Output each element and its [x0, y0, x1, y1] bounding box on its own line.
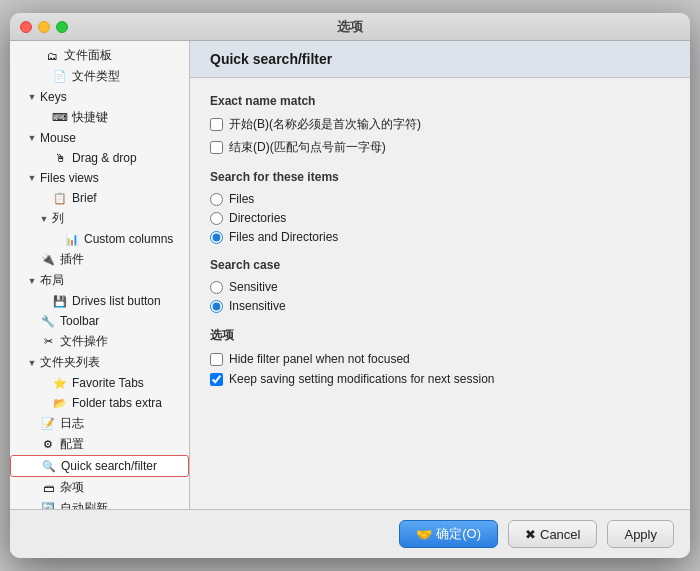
options-section: 选项 Hide filter panel when not focused Ke… [210, 327, 670, 386]
checkbox-keep-saving-row: Keep saving setting modifications for ne… [210, 372, 670, 386]
sidebar-item-settings[interactable]: ⚙配置 [10, 434, 189, 455]
sidebar-icon-quick-search: 🔍 [41, 458, 57, 474]
radio-files-dirs[interactable] [210, 231, 223, 244]
ok-label: 确定(O) [436, 525, 481, 543]
search-case-label: Search case [210, 258, 670, 272]
checkbox-hide-filter[interactable] [210, 353, 223, 366]
checkbox-begin-label[interactable]: 开始(B)(名称必须是首次输入的字符) [229, 116, 421, 133]
sidebar-label-plugins: 插件 [60, 251, 84, 268]
sidebar-item-file-ops[interactable]: ✂文件操作 [10, 331, 189, 352]
cancel-button[interactable]: ✖ Cancel [508, 520, 597, 548]
tree-arrow-quick-search [27, 460, 39, 472]
radio-files-row: Files [210, 192, 670, 206]
radio-files-label[interactable]: Files [229, 192, 254, 206]
checkbox-keep-saving[interactable] [210, 373, 223, 386]
sidebar-item-keys[interactable]: ▼Keys [10, 87, 189, 107]
tree-arrow-file-types [38, 71, 50, 83]
sidebar-icon-misc: 🗃 [40, 480, 56, 496]
main-panel: Quick search/filter Exact name match 开始(… [190, 41, 690, 509]
sidebar-item-plugins[interactable]: 🔌插件 [10, 249, 189, 270]
sidebar-label-layout: 布局 [40, 272, 64, 289]
sidebar-item-quick-search[interactable]: 🔍Quick search/filter [10, 455, 189, 477]
sidebar-icon-drag-drop: 🖱 [52, 150, 68, 166]
minimize-button[interactable] [38, 21, 50, 33]
sidebar-icon-shortcuts: ⌨ [52, 110, 68, 126]
sidebar-item-fav-tabs[interactable]: ⭐Favorite Tabs [10, 373, 189, 393]
sidebar-label-drag-drop: Drag & drop [72, 151, 137, 165]
sidebar-label-settings: 配置 [60, 436, 84, 453]
sidebar-item-columns[interactable]: ▼列 [10, 208, 189, 229]
sidebar-label-custom-columns: Custom columns [84, 232, 173, 246]
maximize-button[interactable] [56, 21, 68, 33]
sidebar-label-log: 日志 [60, 415, 84, 432]
radio-directories-row: Directories [210, 211, 670, 225]
radio-sensitive[interactable] [210, 281, 223, 294]
tree-arrow-settings [26, 439, 38, 451]
sidebar-item-file-list[interactable]: ▼文件夹列表 [10, 352, 189, 373]
tree-arrow-fav-tabs [38, 377, 50, 389]
radio-sensitive-row: Sensitive [210, 280, 670, 294]
sidebar-label-auto-refresh: 自动刷新 [60, 500, 108, 509]
sidebar-item-custom-columns[interactable]: 📊Custom columns [10, 229, 189, 249]
radio-sensitive-label[interactable]: Sensitive [229, 280, 278, 294]
sidebar-item-file-types[interactable]: 📄文件类型 [10, 66, 189, 87]
radio-directories-label[interactable]: Directories [229, 211, 286, 225]
radio-files[interactable] [210, 193, 223, 206]
panel-title: Quick search/filter [210, 51, 670, 67]
radio-insensitive[interactable] [210, 300, 223, 313]
sidebar-icon-auto-refresh: 🔄 [40, 501, 56, 510]
sidebar-item-toolbar[interactable]: 🔧Toolbar [10, 311, 189, 331]
radio-files-dirs-row: Files and Directories [210, 230, 670, 244]
checkbox-begin[interactable] [210, 118, 223, 131]
exact-name-match-section: Exact name match 开始(B)(名称必须是首次输入的字符) 结束(… [210, 94, 670, 156]
checkbox-end-label[interactable]: 结束(D)(匹配句点号前一字母) [229, 139, 386, 156]
sidebar-label-folder-tabs-extra: Folder tabs extra [72, 396, 162, 410]
tree-arrow-misc [26, 482, 38, 494]
sidebar-item-layout[interactable]: ▼布局 [10, 270, 189, 291]
sidebar-icon-file-types: 📄 [52, 69, 68, 85]
cancel-icon: ✖ [525, 527, 536, 542]
checkbox-end[interactable] [210, 141, 223, 154]
bottom-bar: 🤝 确定(O) ✖ Cancel Apply [10, 509, 690, 558]
sidebar-label-keys: Keys [40, 90, 67, 104]
apply-button[interactable]: Apply [607, 520, 674, 548]
sidebar-label-shortcuts: 快捷键 [72, 109, 108, 126]
checkbox-hide-filter-label[interactable]: Hide filter panel when not focused [229, 352, 410, 366]
sidebar-item-files-views[interactable]: ▼Files views [10, 168, 189, 188]
tree-arrow-keys: ▼ [26, 91, 38, 103]
sidebar-item-drag-drop[interactable]: 🖱Drag & drop [10, 148, 189, 168]
tree-arrow-shortcuts [38, 112, 50, 124]
tree-arrow-layout: ▼ [26, 275, 38, 287]
traffic-lights [20, 21, 68, 33]
sidebar-item-auto-refresh[interactable]: 🔄自动刷新 [10, 498, 189, 509]
sidebar: 🗂文件面板📄文件类型▼Keys⌨快捷键▼Mouse🖱Drag & drop▼Fi… [10, 41, 190, 509]
sidebar-item-mouse[interactable]: ▼Mouse [10, 128, 189, 148]
options-label: 选项 [210, 327, 670, 344]
search-items-label: Search for these items [210, 170, 670, 184]
radio-insensitive-row: Insensitive [210, 299, 670, 313]
tree-arrow-file-list: ▼ [26, 357, 38, 369]
checkbox-end-row: 结束(D)(匹配句点号前一字母) [210, 139, 670, 156]
tree-arrow-custom-columns [50, 233, 62, 245]
options-dialog: 选项 🗂文件面板📄文件类型▼Keys⌨快捷键▼Mouse🖱Drag & drop… [10, 13, 690, 558]
radio-files-dirs-label[interactable]: Files and Directories [229, 230, 338, 244]
sidebar-icon-plugins: 🔌 [40, 252, 56, 268]
checkbox-keep-saving-label[interactable]: Keep saving setting modifications for ne… [229, 372, 494, 386]
sidebar-item-shortcuts[interactable]: ⌨快捷键 [10, 107, 189, 128]
radio-directories[interactable] [210, 212, 223, 225]
ok-button[interactable]: 🤝 确定(O) [399, 520, 498, 548]
sidebar-item-files-panel[interactable]: 🗂文件面板 [10, 45, 189, 66]
checkbox-begin-row: 开始(B)(名称必须是首次输入的字符) [210, 116, 670, 133]
tree-arrow-plugins [26, 254, 38, 266]
sidebar-label-brief: Brief [72, 191, 97, 205]
sidebar-item-drives-btn[interactable]: 💾Drives list button [10, 291, 189, 311]
close-button[interactable] [20, 21, 32, 33]
sidebar-item-brief[interactable]: 📋Brief [10, 188, 189, 208]
radio-insensitive-label[interactable]: Insensitive [229, 299, 286, 313]
exact-name-match-label: Exact name match [210, 94, 670, 108]
sidebar-item-misc[interactable]: 🗃杂项 [10, 477, 189, 498]
sidebar-item-folder-tabs-extra[interactable]: 📂Folder tabs extra [10, 393, 189, 413]
sidebar-icon-file-ops: ✂ [40, 334, 56, 350]
sidebar-item-log[interactable]: 📝日志 [10, 413, 189, 434]
sidebar-label-file-ops: 文件操作 [60, 333, 108, 350]
